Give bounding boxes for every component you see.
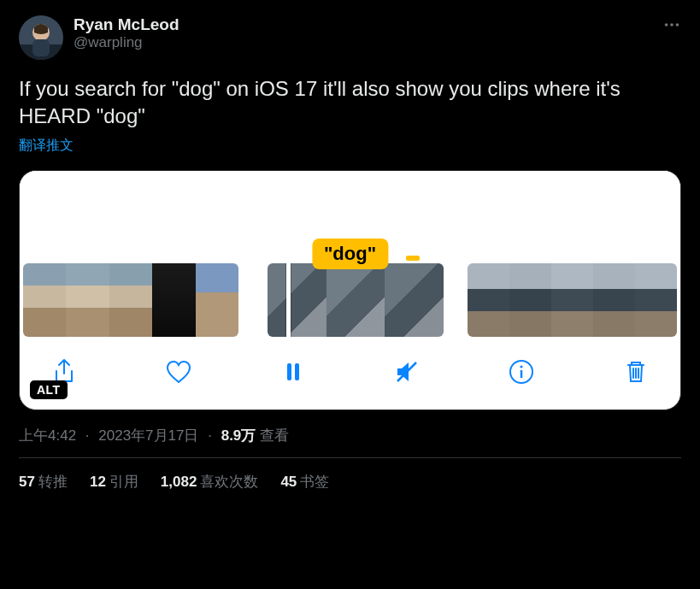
video-thumb (109, 263, 152, 337)
video-thumb (66, 263, 109, 337)
video-thumb (468, 263, 509, 337)
avatar[interactable] (19, 15, 63, 60)
author-names: Ryan McLeod @warpling (74, 15, 179, 51)
video-thumb (326, 263, 385, 337)
clip-strip[interactable] (468, 263, 677, 337)
alt-badge[interactable]: ALT (30, 380, 68, 399)
tweet-text: If you search for "dog" on iOS 17 it'll … (19, 75, 681, 130)
divider (19, 457, 681, 458)
video-thumb (385, 263, 444, 337)
tweet-time[interactable]: 上午4:42 (19, 427, 76, 444)
tweet-header: Ryan McLeod @warpling (19, 15, 681, 60)
translate-link[interactable]: 翻译推文 (19, 137, 681, 155)
more-menu-button[interactable] (662, 15, 681, 34)
video-thumb (268, 263, 326, 337)
svg-rect-8 (295, 363, 299, 380)
video-thumb (196, 263, 238, 337)
mute-icon[interactable] (388, 353, 426, 391)
timeline-marker (406, 256, 420, 261)
video-thumb (23, 263, 66, 337)
video-thumb (152, 263, 195, 337)
media-toolbar (20, 338, 680, 409)
retweets-stat[interactable]: 57转推 (19, 472, 68, 492)
svg-rect-3 (32, 39, 50, 56)
handle[interactable]: @warpling (74, 34, 179, 51)
heart-icon[interactable] (160, 353, 197, 391)
clip-strip[interactable] (23, 263, 238, 337)
search-term-badge: "dog" (312, 239, 388, 269)
stats-row: 57转推 12引用 1,082喜欢次数 45书签 (19, 472, 681, 500)
media-attachment[interactable]: "dog" (19, 170, 681, 410)
views-count[interactable]: 8.9万 (221, 427, 256, 444)
video-thumb (509, 263, 551, 337)
video-thumb (635, 263, 677, 337)
svg-rect-7 (287, 363, 291, 380)
svg-point-6 (676, 23, 679, 27)
video-timeline-row (20, 262, 680, 338)
clip-strip[interactable] (268, 263, 444, 337)
svg-point-4 (665, 23, 668, 27)
tweet-date[interactable]: 2023年7月17日 (98, 427, 198, 444)
tweet: Ryan McLeod @warpling If you search for … (0, 0, 700, 500)
video-thumb (551, 263, 593, 337)
trash-icon[interactable] (617, 353, 655, 391)
display-name[interactable]: Ryan McLeod (74, 15, 179, 34)
svg-point-5 (670, 23, 674, 27)
svg-point-11 (521, 365, 523, 368)
views-label: 查看 (260, 427, 289, 444)
info-icon[interactable] (503, 353, 540, 391)
meta-row: 上午4:42 2023年7月17日 8.9万 查看 (19, 426, 681, 445)
bookmarks-stat[interactable]: 45书签 (280, 472, 329, 492)
video-thumb (593, 263, 635, 337)
likes-stat[interactable]: 1,082喜欢次数 (161, 472, 259, 492)
quotes-stat[interactable]: 12引用 (90, 472, 138, 492)
playhead[interactable] (286, 263, 291, 337)
pause-icon[interactable] (274, 353, 312, 391)
